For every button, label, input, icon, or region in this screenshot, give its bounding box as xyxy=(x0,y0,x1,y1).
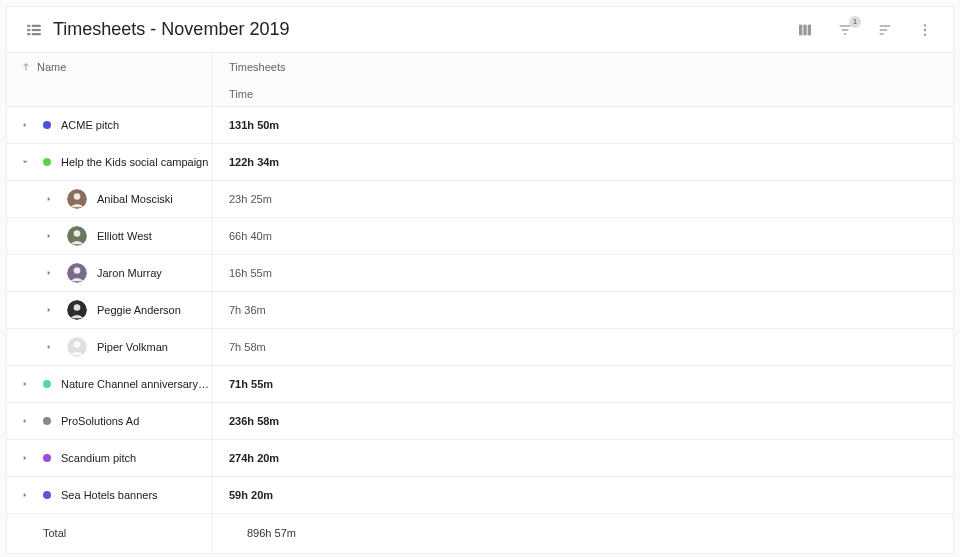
caret-right-icon[interactable] xyxy=(45,269,53,277)
project-name: Nature Channel anniversary cam... xyxy=(61,378,212,390)
card-header: Timesheets - November 2019 1 xyxy=(7,7,953,53)
member-time: 23h 25m xyxy=(229,193,272,205)
caret-down-icon[interactable] xyxy=(21,158,29,166)
total-label: Total xyxy=(43,527,66,539)
project-row[interactable]: Sea Hotels banners59h 20m xyxy=(7,477,953,514)
project-time: 122h 34m xyxy=(229,156,279,168)
list-view-icon[interactable] xyxy=(25,21,43,39)
svg-rect-6 xyxy=(799,24,802,35)
avatar xyxy=(67,226,87,246)
member-row[interactable]: Peggie Anderson7h 36m xyxy=(7,292,953,329)
member-name: Peggie Anderson xyxy=(97,304,181,316)
member-row[interactable]: Jaron Murray16h 55m xyxy=(7,255,953,292)
table-header-row-2: Time xyxy=(7,81,953,107)
project-time: 236h 58m xyxy=(229,415,279,427)
table-body: ACME pitch131h 50mHelp the Kids social c… xyxy=(7,107,953,514)
column-timesheets-label: Timesheets xyxy=(229,61,285,73)
svg-point-26 xyxy=(74,230,81,237)
avatar xyxy=(67,189,87,209)
svg-rect-2 xyxy=(27,28,30,30)
column-time-label: Time xyxy=(229,88,253,100)
project-name: Sea Hotels banners xyxy=(61,489,158,501)
member-time: 66h 40m xyxy=(229,230,272,242)
project-time: 71h 55m xyxy=(229,378,273,390)
project-name: Scandium pitch xyxy=(61,452,136,464)
project-color-dot xyxy=(43,454,51,462)
project-row[interactable]: Scandium pitch274h 20m xyxy=(7,440,953,477)
project-time: 59h 20m xyxy=(229,489,273,501)
sort-icon[interactable] xyxy=(875,20,895,40)
column-header-name[interactable]: Name xyxy=(7,53,213,81)
member-time: 16h 55m xyxy=(229,267,272,279)
member-row[interactable]: Anibal Mosciski23h 25m xyxy=(7,181,953,218)
toolbar: 1 xyxy=(795,20,935,40)
member-time: 7h 58m xyxy=(229,341,266,353)
column-header-time[interactable]: Time xyxy=(213,81,953,106)
caret-right-icon[interactable] xyxy=(45,306,53,314)
svg-rect-4 xyxy=(27,33,30,35)
svg-marker-20 xyxy=(23,161,28,164)
project-name: ACME pitch xyxy=(61,119,119,131)
filter-badge: 1 xyxy=(849,16,861,28)
caret-right-icon[interactable] xyxy=(45,343,53,351)
svg-rect-5 xyxy=(32,33,41,35)
project-time: 131h 50m xyxy=(229,119,279,131)
svg-marker-27 xyxy=(48,271,51,276)
member-row[interactable]: Elliott West66h 40m xyxy=(7,218,953,255)
project-row[interactable]: ACME pitch131h 50m xyxy=(7,107,953,144)
svg-marker-21 xyxy=(48,197,51,202)
avatar xyxy=(67,337,87,357)
columns-icon[interactable] xyxy=(795,20,815,40)
member-name: Elliott West xyxy=(97,230,152,242)
member-name: Anibal Mosciski xyxy=(97,193,173,205)
svg-point-17 xyxy=(924,33,926,35)
svg-marker-24 xyxy=(48,234,51,239)
caret-right-icon[interactable] xyxy=(21,121,29,129)
more-icon[interactable] xyxy=(915,20,935,40)
caret-right-icon[interactable] xyxy=(21,380,29,388)
sort-asc-icon xyxy=(21,62,31,72)
timesheets-table: Name Timesheets Time ACME pitch131h 50mH… xyxy=(7,53,953,553)
svg-rect-0 xyxy=(27,24,30,26)
avatar xyxy=(67,300,87,320)
svg-point-16 xyxy=(924,28,926,30)
svg-marker-30 xyxy=(48,308,51,313)
svg-rect-1 xyxy=(32,24,41,26)
project-row[interactable]: ProSolutions Ad236h 58m xyxy=(7,403,953,440)
member-name: Piper Volkman xyxy=(97,341,168,353)
table-header-row-1: Name Timesheets xyxy=(7,53,953,81)
total-time: 896h 57m xyxy=(247,527,296,539)
svg-rect-7 xyxy=(803,24,806,35)
member-row[interactable]: Piper Volkman7h 58m xyxy=(7,329,953,366)
svg-point-32 xyxy=(74,304,81,311)
project-color-dot xyxy=(43,121,51,129)
project-color-dot xyxy=(43,491,51,499)
project-color-dot xyxy=(43,380,51,388)
caret-right-icon[interactable] xyxy=(45,232,53,240)
caret-right-icon[interactable] xyxy=(45,195,53,203)
project-time: 274h 20m xyxy=(229,452,279,464)
svg-point-35 xyxy=(74,341,81,348)
caret-right-icon[interactable] xyxy=(21,417,29,425)
svg-marker-38 xyxy=(24,456,27,461)
member-time: 7h 36m xyxy=(229,304,266,316)
filter-icon[interactable]: 1 xyxy=(835,20,855,40)
svg-marker-39 xyxy=(24,493,27,498)
project-name: ProSolutions Ad xyxy=(61,415,139,427)
project-row[interactable]: Help the Kids social campaign122h 34m xyxy=(7,144,953,181)
project-color-dot xyxy=(43,158,51,166)
svg-rect-3 xyxy=(32,28,41,30)
page-title: Timesheets - November 2019 xyxy=(53,19,795,40)
caret-right-icon[interactable] xyxy=(21,454,29,462)
column-header-timesheets[interactable]: Timesheets xyxy=(213,53,953,81)
project-color-dot xyxy=(43,417,51,425)
svg-point-23 xyxy=(74,193,81,200)
svg-marker-19 xyxy=(24,123,27,128)
svg-rect-8 xyxy=(808,24,811,35)
project-name: Help the Kids social campaign xyxy=(61,156,208,168)
caret-right-icon[interactable] xyxy=(21,491,29,499)
project-row[interactable]: Nature Channel anniversary cam...71h 55m xyxy=(7,366,953,403)
svg-point-15 xyxy=(924,24,926,26)
svg-marker-33 xyxy=(48,345,51,350)
svg-marker-36 xyxy=(24,382,27,387)
